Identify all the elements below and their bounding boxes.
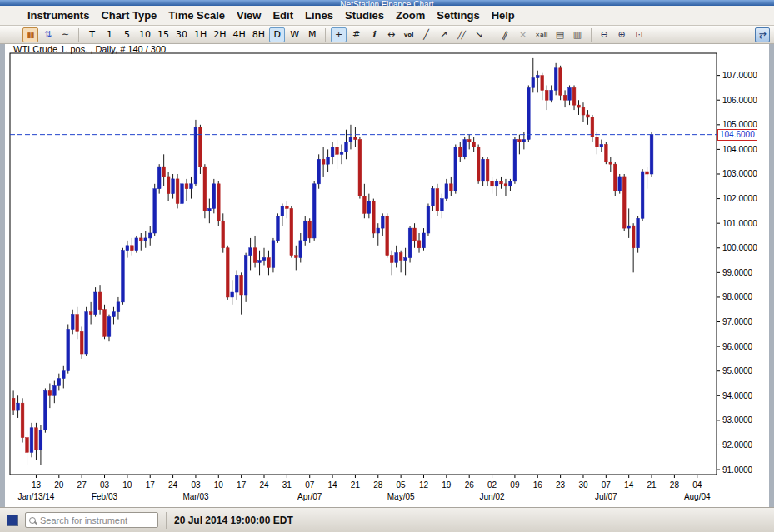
crosshair-icon[interactable]: +	[331, 27, 347, 42]
menu-edit[interactable]: Edit	[267, 9, 299, 22]
timeframe-daily-button[interactable]: D	[269, 27, 285, 42]
svg-text:23: 23	[556, 480, 566, 490]
delete-drawing-icon[interactable]: ×	[515, 27, 531, 42]
timeframe-10min-button[interactable]: 10	[137, 27, 153, 42]
svg-text:16: 16	[533, 480, 543, 490]
zoom-area-icon[interactable]: ⊡	[632, 27, 647, 42]
svg-text:Feb/03: Feb/03	[92, 492, 118, 501]
svg-text:104.0000: 104.0000	[722, 145, 757, 154]
candlestick-chart-icon[interactable]: ▮▮	[22, 27, 38, 42]
svg-text:Aug/04: Aug/04	[684, 492, 711, 501]
menu-bar: InstrumentsChart TypeTime ScaleViewEditL…	[0, 6, 774, 26]
svg-text:07: 07	[305, 480, 315, 490]
svg-text:12: 12	[419, 480, 429, 490]
menu-help[interactable]: Help	[486, 9, 521, 22]
instrument-search[interactable]	[25, 512, 158, 528]
svg-text:95.0000: 95.0000	[722, 366, 753, 375]
bar-chart-icon[interactable]: ⇅	[40, 27, 56, 42]
svg-text:21: 21	[351, 480, 361, 490]
svg-text:05: 05	[397, 480, 407, 490]
grid-icon[interactable]: #	[348, 27, 364, 42]
toolbar-separator	[78, 28, 79, 42]
timeframe-15min-button[interactable]: 15	[155, 27, 172, 42]
svg-text:19: 19	[442, 480, 452, 490]
svg-text:91.0000: 91.0000	[722, 465, 753, 475]
svg-text:31: 31	[282, 480, 292, 490]
print-preview-icon[interactable]: ▥	[570, 27, 586, 42]
toolbar-separator	[492, 28, 492, 42]
svg-text:28: 28	[670, 480, 680, 490]
svg-text:97.0000: 97.0000	[722, 317, 753, 326]
svg-text:98.0000: 98.0000	[722, 292, 753, 301]
svg-text:93.0000: 93.0000	[722, 415, 753, 425]
svg-text:Jul/07: Jul/07	[595, 492, 617, 501]
candlestick-chart[interactable]: 91.000092.000093.000094.000095.000096.00…	[5, 44, 769, 507]
menu-time-scale[interactable]: Time Scale	[162, 9, 231, 22]
menu-zoom[interactable]: Zoom	[390, 9, 431, 22]
svg-text:99.0000: 99.0000	[722, 268, 753, 277]
svg-text:03: 03	[100, 480, 110, 490]
svg-text:24: 24	[168, 480, 178, 490]
svg-text:14: 14	[624, 480, 634, 490]
ray-line-icon[interactable]: ↗	[436, 27, 452, 42]
svg-text:26: 26	[465, 480, 475, 490]
dock-toggle-button[interactable]: ⇄	[755, 27, 770, 42]
statusbar-divider	[166, 512, 167, 529]
info-icon[interactable]: i	[366, 27, 382, 42]
zoom-out-icon[interactable]: ⊖	[597, 27, 612, 42]
horizontal-scale-icon[interactable]: ↔	[383, 27, 399, 42]
timeframe-5min-button[interactable]: 5	[119, 27, 135, 42]
timeframe-monthly-button[interactable]: M	[304, 27, 320, 42]
svg-text:21: 21	[647, 480, 657, 490]
timeframe-4h-button[interactable]: 4H	[231, 27, 248, 42]
svg-text:94.0000: 94.0000	[722, 391, 753, 400]
line-chart-icon[interactable]: ∼	[57, 27, 73, 42]
timeframe-30min-button[interactable]: 30	[173, 27, 190, 42]
delete-all-drawings-icon[interactable]: ×all	[532, 27, 550, 42]
last-price-label: 104.6000	[717, 129, 757, 141]
svg-text:28: 28	[373, 480, 383, 490]
arrow-line-icon[interactable]: ↘	[471, 27, 487, 42]
menu-chart-type[interactable]: Chart Type	[95, 9, 162, 22]
timeframe-weekly-button[interactable]: W	[287, 27, 302, 42]
svg-text:96.0000: 96.0000	[722, 342, 753, 351]
svg-text:106.0000: 106.0000	[722, 96, 757, 105]
svg-text:Jun/02: Jun/02	[480, 492, 505, 501]
svg-text:10: 10	[122, 480, 132, 490]
volume-icon[interactable]: vol	[401, 27, 417, 42]
svg-text:14: 14	[328, 480, 338, 490]
menu-studies[interactable]: Studies	[339, 9, 390, 22]
print-icon[interactable]: ▤	[552, 27, 568, 42]
svg-text:107.0000: 107.0000	[722, 71, 757, 80]
svg-text:92.0000: 92.0000	[722, 440, 753, 450]
svg-text:17: 17	[237, 480, 247, 490]
menu-settings[interactable]: Settings	[431, 9, 485, 22]
svg-text:04: 04	[692, 480, 702, 490]
svg-text:Jan/13/14: Jan/13/14	[17, 492, 54, 501]
parallel-lines-icon[interactable]: ∥	[495, 24, 516, 44]
timeframe-8h-button[interactable]: 8H	[250, 27, 267, 42]
svg-text:101.0000: 101.0000	[722, 219, 757, 228]
instrument-color-swatch	[7, 515, 18, 526]
zoom-in-icon[interactable]: ⊕	[614, 27, 630, 42]
window-titlebar: NetStation Finance Chart	[0, 0, 774, 6]
toolbar-items: ▮▮⇅∼T151015301H2H4H8HDWM+#i↔vol╱↗╱╱↘∥××a…	[22, 26, 648, 44]
status-bar: 20 Jul 2014 19:00:00 EDT	[0, 507, 774, 532]
toolbar: ▮▮⇅∼T151015301H2H4H8HDWM+#i↔vol╱↗╱╱↘∥××a…	[0, 26, 774, 44]
timeframe-2h-button[interactable]: 2H	[211, 27, 228, 42]
timeframe-tick-button[interactable]: T	[84, 27, 100, 42]
svg-text:103.0000: 103.0000	[722, 169, 757, 178]
timeframe-1min-button[interactable]: 1	[102, 27, 117, 42]
instrument-search-input[interactable]	[40, 515, 158, 525]
menu-instruments[interactable]: Instruments	[22, 9, 95, 22]
svg-text:07: 07	[602, 480, 612, 490]
timeframe-1h-button[interactable]: 1H	[192, 27, 209, 42]
parallel-channel-icon[interactable]: ╱╱	[453, 27, 469, 42]
trend-line-icon[interactable]: ╱	[418, 27, 434, 42]
menu-lines[interactable]: Lines	[299, 9, 339, 22]
svg-text:10: 10	[214, 480, 224, 490]
svg-text:Mar/03: Mar/03	[182, 492, 209, 501]
svg-text:Apr/07: Apr/07	[297, 492, 322, 501]
window-title: NetStation Finance Chart	[340, 0, 433, 6]
menu-view[interactable]: View	[231, 9, 267, 22]
